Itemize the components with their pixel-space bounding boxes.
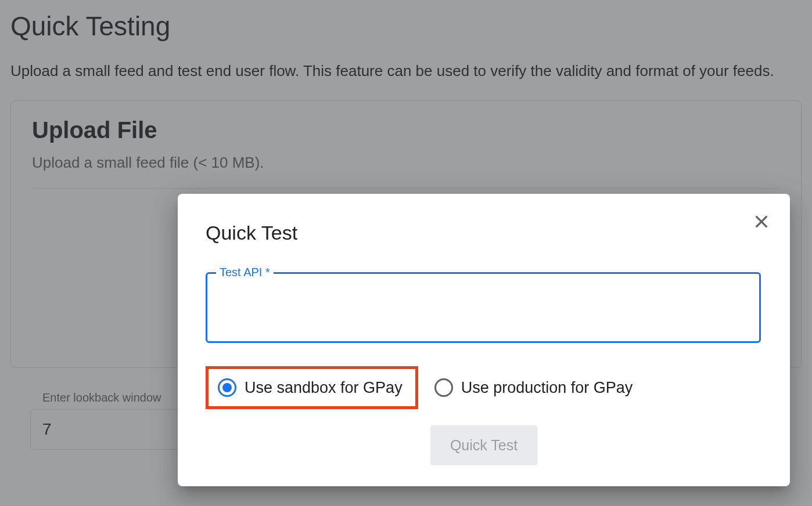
close-icon [752, 212, 771, 233]
radio-production[interactable]: Use production for GPay [430, 375, 638, 400]
test-api-input[interactable] [206, 272, 761, 343]
radio-unselected-icon [434, 378, 453, 397]
radio-sandbox-label: Use sandbox for GPay [245, 379, 403, 397]
test-api-field-wrap: Test API * [206, 272, 762, 343]
dialog-title: Quick Test [206, 222, 762, 244]
gpay-env-radio-row: Use sandbox for GPay Use production for … [206, 366, 762, 409]
radio-production-label: Use production for GPay [461, 379, 633, 397]
test-api-label: Test API * [216, 266, 274, 279]
sandbox-highlight: Use sandbox for GPay [206, 366, 418, 409]
dialog-action-row: Quick Test [206, 425, 762, 465]
radio-sandbox[interactable]: Use sandbox for GPay [213, 375, 407, 400]
close-button[interactable] [749, 210, 774, 234]
quick-test-dialog: Quick Test Test API * Use sandbox for GP… [178, 194, 790, 486]
radio-selected-icon [218, 378, 236, 397]
quick-test-button[interactable]: Quick Test [430, 425, 537, 465]
